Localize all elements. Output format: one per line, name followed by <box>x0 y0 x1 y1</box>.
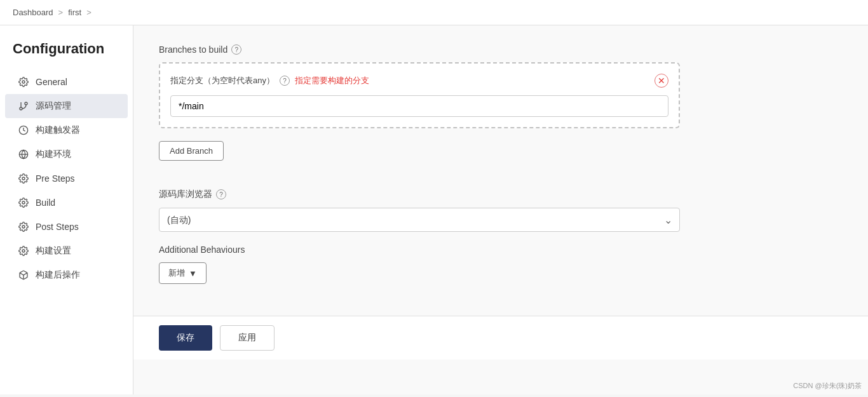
breadcrumb-first[interactable]: first <box>68 8 81 17</box>
branches-dashed-box: 指定分支（为空时代表any） ? 指定需要构建的分支 ✕ <box>159 62 680 128</box>
breadcrumb: Dashboard > first > <box>0 0 868 25</box>
branch-input[interactable] <box>170 95 668 117</box>
sidebar: Configuration General 源码管理 构建触发器 构建环境 <box>0 25 133 394</box>
svg-point-7 <box>22 177 25 180</box>
breadcrumb-dashboard[interactable]: Dashboard <box>13 8 53 17</box>
source-browser-section: 源码库浏览器 ? (自动) ⌄ <box>159 189 680 232</box>
sidebar-item-presteps[interactable]: Pre Steps <box>5 166 128 191</box>
sidebar-item-general[interactable]: General <box>5 70 128 94</box>
globe-icon <box>18 149 29 160</box>
sidebar-item-source[interactable]: 源码管理 <box>5 94 128 118</box>
svg-point-0 <box>22 81 25 83</box>
sidebar-item-poststeps[interactable]: Post Steps <box>5 215 128 239</box>
content-area: Branches to build ? 指定分支（为空时代表any） ? 指定需… <box>133 25 868 394</box>
gear-icon-general <box>18 76 29 88</box>
sidebar-label-source: 源码管理 <box>36 100 71 112</box>
sidebar-label-trigger: 构建触发器 <box>36 124 80 136</box>
sidebar-label-poststeps: Post Steps <box>36 222 79 232</box>
gear-icon-presteps <box>18 173 29 184</box>
add-branch-button[interactable]: Add Branch <box>159 141 224 161</box>
source-browser-select[interactable]: (自动) <box>159 208 680 232</box>
sidebar-label-env: 构建环境 <box>36 149 71 160</box>
apply-button[interactable]: 应用 <box>220 325 275 351</box>
add-behaviour-button[interactable]: 新增 ▼ <box>159 262 207 284</box>
branch-label-row: 指定分支（为空时代表any） ? 指定需要构建的分支 <box>170 75 369 86</box>
branch-tooltip-text: 指定需要构建的分支 <box>295 75 369 86</box>
branches-to-build-section: Branches to build ? 指定分支（为空时代表any） ? 指定需… <box>159 44 680 176</box>
delete-branch-button[interactable]: ✕ <box>654 74 668 88</box>
footer-bar: 保存 应用 <box>133 316 868 360</box>
additional-behaviours-label: Additional Behaviours <box>159 245 680 255</box>
sidebar-label-postbuild: 构建后操作 <box>36 269 80 281</box>
svg-point-10 <box>22 250 25 252</box>
sidebar-label-settings: 构建设置 <box>36 245 71 257</box>
sidebar-item-trigger[interactable]: 构建触发器 <box>5 118 128 142</box>
branch-icon <box>18 100 29 112</box>
additional-behaviours-section: Additional Behaviours 新增 ▼ <box>159 245 680 284</box>
breadcrumb-sep-1: > <box>58 8 64 17</box>
cube-icon <box>18 269 29 281</box>
svg-point-3 <box>20 107 22 110</box>
gear-icon-settings <box>18 245 29 257</box>
breadcrumb-sep-2: > <box>86 8 92 17</box>
sidebar-item-build[interactable]: Build <box>5 191 128 215</box>
gear-icon-poststeps <box>18 221 29 232</box>
source-browser-select-wrapper: (自动) ⌄ <box>159 208 680 232</box>
sidebar-title: Configuration <box>0 41 133 70</box>
save-button[interactable]: 保存 <box>159 325 212 351</box>
branch-field-help-icon[interactable]: ? <box>280 76 290 86</box>
sidebar-label-build: Build <box>36 198 55 208</box>
source-browser-label: 源码库浏览器 ? <box>159 189 680 200</box>
svg-point-2 <box>25 102 27 105</box>
sidebar-item-env[interactable]: 构建环境 <box>5 142 128 166</box>
dropdown-arrow-icon: ▼ <box>189 269 197 278</box>
branches-help-icon[interactable]: ? <box>231 44 241 55</box>
sidebar-item-settings[interactable]: 构建设置 <box>5 239 128 263</box>
add-behaviour-label: 新增 <box>168 267 185 279</box>
watermark: CSDN @珍朱(珠)奶茶 <box>793 381 862 391</box>
sidebar-label-general: General <box>36 77 67 87</box>
svg-point-8 <box>22 201 25 204</box>
branch-row: 指定分支（为空时代表any） ? 指定需要构建的分支 ✕ <box>170 74 668 88</box>
source-browser-help-icon[interactable]: ? <box>216 189 226 199</box>
gear-icon-build <box>18 197 29 208</box>
svg-point-9 <box>22 225 25 228</box>
clock-icon <box>18 124 29 136</box>
branches-to-build-label: Branches to build ? <box>159 44 680 55</box>
sidebar-label-presteps: Pre Steps <box>36 173 74 184</box>
sidebar-item-postbuild[interactable]: 构建后操作 <box>5 263 128 287</box>
branch-field-label: 指定分支（为空时代表any） <box>170 75 275 86</box>
